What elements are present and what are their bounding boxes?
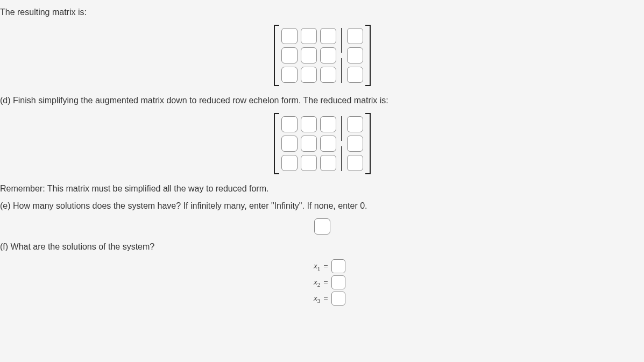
- matrix-1-container: [0, 25, 644, 86]
- matrix-1-col-0: [281, 28, 298, 83]
- matrix-2: [274, 113, 371, 174]
- matrix-2-cell-2-2[interactable]: [320, 155, 336, 171]
- matrix-2-cell-1-1[interactable]: [301, 136, 317, 152]
- matrix-1-aug-2-0[interactable]: [347, 67, 363, 83]
- matrix-2-col-1: [301, 116, 317, 171]
- matrix-1-cell-2-1[interactable]: [301, 67, 317, 83]
- solutions-container: x1 = x2 = x3 =: [0, 259, 644, 306]
- matrix-2-container: [0, 113, 644, 174]
- bracket-right-icon: [365, 113, 371, 174]
- matrix-2-cell-1-2[interactable]: [320, 136, 336, 152]
- matrix-2-aug-2-0[interactable]: [347, 155, 363, 171]
- matrix-2-cell-1-0[interactable]: [281, 136, 298, 152]
- matrix-1-aug-col-0: [347, 28, 363, 83]
- solution-row-x2: x2 =: [299, 275, 345, 289]
- matrix-2-cell-0-1[interactable]: [301, 116, 317, 132]
- matrix-2-col-2: [320, 116, 336, 171]
- matrix-1-body: [279, 25, 365, 86]
- intro-text: The resulting matrix is:: [0, 8, 644, 17]
- augment-separator-icon: [339, 28, 344, 83]
- matrix-1-cell-1-2[interactable]: [320, 47, 336, 63]
- var-label-x3: x3: [299, 294, 320, 304]
- var-label-x2: x2: [299, 278, 320, 288]
- part-f-text: (f) What are the solutions of the system…: [0, 242, 644, 252]
- matrix-2-cell-2-1[interactable]: [301, 155, 317, 171]
- matrix-1-cell-2-2[interactable]: [320, 67, 336, 83]
- solutions-count-container: [0, 218, 644, 235]
- part-d-text: (d) Finish simplifying the augmented mat…: [0, 96, 644, 105]
- matrix-2-col-0: [281, 116, 298, 171]
- matrix-1-cell-0-0[interactable]: [281, 28, 298, 44]
- matrix-2-body: [279, 113, 365, 174]
- matrix-1-aug-0-0[interactable]: [347, 28, 363, 44]
- matrix-1-cell-0-2[interactable]: [320, 28, 336, 44]
- solution-row-x1: x1 =: [299, 259, 345, 273]
- equals-sign: =: [323, 294, 328, 303]
- solutions-grid: x1 = x2 = x3 =: [299, 259, 345, 306]
- matrix-1-aug-1-0[interactable]: [347, 47, 363, 63]
- bracket-left-icon: [274, 113, 279, 174]
- bracket-left-icon: [274, 25, 279, 86]
- solution-input-x1[interactable]: [331, 259, 345, 273]
- equals-sign: =: [323, 262, 328, 271]
- matrix-2-cell-2-0[interactable]: [281, 155, 298, 171]
- matrix-1-col-2: [320, 28, 336, 83]
- solutions-count-input[interactable]: [314, 218, 330, 235]
- solution-input-x3[interactable]: [331, 292, 345, 306]
- matrix-1-col-1: [301, 28, 317, 83]
- matrix-2-aug-0-0[interactable]: [347, 116, 363, 132]
- matrix-1-cell-1-0[interactable]: [281, 47, 298, 63]
- bracket-right-icon: [365, 25, 371, 86]
- var-label-x1: x1: [299, 261, 320, 272]
- matrix-1-cell-2-0[interactable]: [281, 67, 298, 83]
- part-e-text: (e) How many solutions does the system h…: [0, 201, 644, 211]
- augment-separator-icon: [339, 116, 344, 171]
- matrix-2-aug-col-0: [347, 116, 363, 171]
- matrix-1: [274, 25, 371, 86]
- matrix-2-cell-0-0[interactable]: [281, 116, 298, 132]
- equals-sign: =: [323, 278, 328, 287]
- solution-input-x2[interactable]: [331, 275, 345, 289]
- solution-row-x3: x3 =: [299, 292, 345, 306]
- matrix-1-cell-1-1[interactable]: [301, 47, 317, 63]
- matrix-2-aug-1-0[interactable]: [347, 136, 363, 152]
- remember-text: Remember: This matrix must be simplified…: [0, 184, 644, 194]
- matrix-1-cell-0-1[interactable]: [301, 28, 317, 44]
- matrix-2-cell-0-2[interactable]: [320, 116, 336, 132]
